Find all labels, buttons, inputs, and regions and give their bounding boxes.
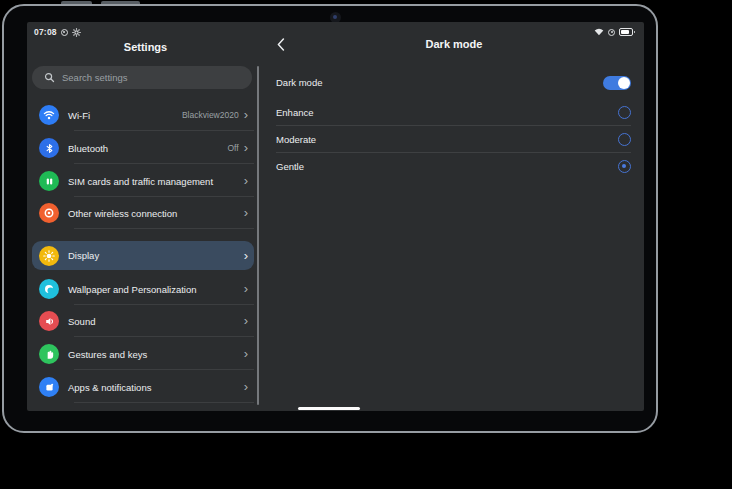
dark-mode-toggle[interactable] [603,76,631,90]
search-placeholder: Search settings [62,72,127,83]
sidebar-item-apps[interactable]: Apps & notifications › [32,372,254,402]
option-gentle[interactable]: Gentle [276,153,631,180]
chevron-right-icon: › [244,284,248,294]
sidebar-item-label: Bluetooth [68,143,227,154]
sidebar-item-sound[interactable]: Sound › [32,306,254,336]
search-icon [44,72,55,83]
sidebar-item-sim-cards[interactable]: SIM cards and traffic management › [32,166,254,196]
tablet-frame: 07:08 [2,4,658,433]
sim-traffic-icon [39,171,59,191]
sidebar-item-display[interactable]: Display › [32,241,254,270]
chevron-right-icon: › [244,316,248,326]
sidebar-item-label: Other wireless connection [68,208,239,219]
search-input[interactable]: Search settings [32,66,252,89]
sidebar-item-bluetooth[interactable]: Bluetooth Off › [32,133,254,163]
sidebar-item-wallpaper[interactable]: Wallpaper and Personalization › [32,274,254,304]
chevron-right-icon: › [244,143,248,153]
chevron-right-icon: › [244,251,248,261]
option-label: Gentle [276,161,304,172]
display-sun-icon [39,246,59,266]
chevron-right-icon: › [244,208,248,218]
option-moderate[interactable]: Moderate [276,126,631,153]
dark-mode-toggle-row[interactable]: Dark mode [276,71,631,94]
chevron-right-icon: › [244,349,248,359]
page-title: Settings [27,41,264,53]
sidebar-item-value: Off [227,143,238,153]
stage: 07:08 [0,0,732,489]
home-indicator[interactable] [298,407,360,410]
wireless-connection-icon [39,203,59,223]
chevron-right-icon: › [244,110,248,120]
detail-title: Dark mode [264,38,644,50]
dark-mode-options: Enhance Moderate Gentle [276,99,631,180]
wifi-icon [39,105,59,125]
option-label: Enhance [276,107,314,118]
screen: 07:08 [27,22,644,411]
chevron-right-icon: › [244,176,248,186]
sidebar-item-label: Apps & notifications [68,382,239,393]
sound-icon [39,311,59,331]
settings-panel: Settings Search settings [27,22,264,411]
option-enhance[interactable]: Enhance [276,99,631,126]
dark-mode-panel: Dark mode Dark mode Enhance Moderate [264,22,644,411]
apps-icon [39,377,59,397]
sidebar-item-label: Gestures and keys [68,349,239,360]
option-label: Moderate [276,134,316,145]
sidebar-item-label: Sound [68,316,239,327]
sidebar-item-label: Display [68,250,239,261]
gestures-icon [39,344,59,364]
sidebar-item-label: Wallpaper and Personalization [68,284,239,295]
radio-button[interactable] [618,106,631,119]
detail-header: Dark mode [264,36,644,54]
sidebar-item-gestures[interactable]: Gestures and keys › [32,339,254,369]
sidebar-item-other-wireless[interactable]: Other wireless connection › [32,198,254,228]
bluetooth-icon [39,138,59,158]
radio-button[interactable] [618,160,631,173]
sidebar-item-wifi[interactable]: Wi-Fi Blackview2020 › [32,100,254,130]
wallpaper-icon [39,279,59,299]
sidebar-item-label: Wi-Fi [68,110,182,121]
radio-button[interactable] [618,133,631,146]
sidebar-item-label: SIM cards and traffic management [68,176,239,187]
chevron-right-icon: › [244,382,248,392]
sidebar-scrollbar[interactable] [257,66,259,405]
dark-mode-label: Dark mode [276,77,322,88]
sidebar-item-value: Blackview2020 [182,110,239,120]
